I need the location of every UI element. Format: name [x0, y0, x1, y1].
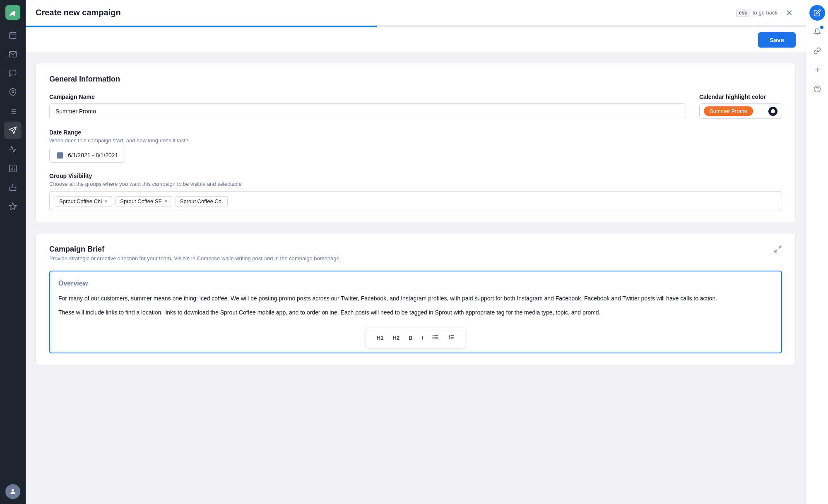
calendar-color-label: Calendar highlight color [699, 94, 782, 100]
sidebar-item-calendar[interactable] [4, 26, 22, 44]
color-tag: Summer Promo [704, 106, 753, 116]
form-content: General Information Campaign Name Calend… [26, 53, 806, 504]
edit-button[interactable] [809, 5, 825, 21]
date-range-value: 6/1/2021 - 8/1/2021 [68, 152, 118, 158]
svg-point-38 [433, 338, 433, 339]
user-avatar[interactable] [5, 484, 20, 499]
date-range-section: Date Range When does this campaign start… [49, 129, 782, 163]
toolbar-bold[interactable]: B [404, 331, 416, 344]
calendar-icon [56, 151, 64, 159]
tag-chi-remove[interactable]: × [104, 198, 108, 204]
general-information-title: General Information [49, 75, 782, 84]
toolbar-h1[interactable]: H1 [373, 331, 388, 344]
sidebar-item-send[interactable] [4, 122, 22, 139]
date-range-label: Date Range [49, 129, 782, 136]
page-title: Create new campaign [36, 8, 736, 17]
svg-marker-22 [10, 203, 17, 210]
campaign-name-row: Campaign Name Calendar highlight color S… [49, 94, 782, 119]
svg-line-31 [779, 246, 781, 249]
help-button[interactable] [809, 81, 825, 97]
color-circle-button[interactable] [768, 107, 777, 116]
tag-chi: Sprout Coffee Chi × [55, 196, 112, 206]
sidebar-item-star[interactable] [4, 198, 22, 215]
editor-toolbar: H1 H2 B I [366, 328, 465, 348]
svg-rect-17 [10, 187, 16, 190]
group-visibility-label: Group Visibility [49, 173, 782, 179]
sidebar-item-inbox[interactable] [4, 46, 22, 63]
link-button[interactable] [809, 43, 825, 59]
sidebar-item-messages[interactable] [4, 65, 22, 82]
add-button[interactable] [809, 62, 825, 78]
main-content: Create new campaign esc to go back ✕ Sav… [26, 0, 806, 504]
svg-point-4 [12, 91, 14, 93]
expand-button[interactable] [774, 245, 782, 255]
svg-rect-0 [10, 32, 16, 38]
brief-paragraph-1: For many of our customers, summer means … [58, 294, 773, 303]
esc-hint: esc to go back [736, 9, 777, 17]
svg-line-32 [775, 250, 777, 252]
brief-editor-text: For many of our customers, summer means … [58, 294, 773, 317]
brief-sublabel: Provide strategic or creative direction … [49, 255, 341, 262]
group-visibility-sublabel: Choose all the groups where you want thi… [49, 181, 782, 187]
brief-editor-title: Overview [58, 280, 773, 287]
notification-dot [820, 26, 823, 29]
header-actions: esc to go back ✕ [736, 6, 796, 19]
left-sidebar [0, 0, 26, 504]
form-toolbar: Save [26, 27, 806, 53]
tag-co-label: Sprout Coffee Co. [180, 198, 223, 204]
general-information-card: General Information Campaign Name Calend… [36, 63, 796, 223]
toolbar-h2[interactable]: H2 [388, 331, 404, 344]
page-header: Create new campaign esc to go back ✕ [26, 0, 806, 26]
sidebar-item-pin[interactable] [4, 84, 22, 101]
sidebar-item-bot[interactable] [4, 179, 22, 196]
group-visibility-tags[interactable]: Sprout Coffee Chi × Sprout Coffee SF × S… [49, 191, 782, 211]
right-sidebar [806, 0, 828, 504]
group-visibility-section: Group Visibility Choose all the groups w… [49, 173, 782, 211]
sidebar-item-list[interactable] [4, 103, 22, 120]
brief-paragraph-2: These will include links to find a locat… [58, 308, 773, 317]
tag-sf: Sprout Coffee SF × [116, 196, 172, 206]
notification-button[interactable] [809, 24, 825, 40]
sidebar-item-reports[interactable] [4, 160, 22, 177]
svg-rect-27 [57, 153, 63, 158]
toolbar-unordered-list[interactable] [428, 331, 443, 344]
toolbar-ordered-list[interactable] [444, 331, 459, 344]
toolbar-italic[interactable]: I [418, 331, 428, 344]
esc-hint-text: to go back [753, 10, 777, 16]
tag-chi-label: Sprout Coffee Chi [59, 198, 102, 204]
tag-sf-remove[interactable]: × [164, 198, 168, 204]
campaign-brief-title: Campaign Brief [49, 245, 341, 254]
svg-point-36 [433, 335, 433, 336]
svg-point-18 [12, 185, 13, 185]
svg-point-37 [433, 337, 433, 337]
date-range-sublabel: When does this campaign start, and how l… [49, 137, 782, 144]
campaign-name-input[interactable] [49, 103, 686, 119]
tag-sf-label: Sprout Coffee SF [120, 198, 161, 204]
app-logo[interactable] [5, 5, 20, 20]
esc-badge: esc [736, 9, 750, 17]
brief-editor[interactable]: Overview For many of our customers, summ… [49, 271, 782, 353]
date-range-button[interactable]: 6/1/2021 - 8/1/2021 [49, 148, 125, 163]
brief-header-text: Campaign Brief Provide strategic or crea… [49, 245, 341, 268]
svg-point-23 [12, 489, 14, 492]
close-button[interactable]: ✕ [782, 6, 796, 19]
save-button[interactable]: Save [758, 32, 796, 48]
campaign-name-group: Campaign Name [49, 94, 686, 119]
brief-header: Campaign Brief Provide strategic or crea… [49, 245, 782, 268]
calendar-color-preview[interactable]: Summer Promo [699, 103, 782, 119]
campaign-name-label: Campaign Name [49, 94, 686, 100]
sidebar-item-analytics[interactable] [4, 141, 22, 158]
campaign-brief-card: Campaign Brief Provide strategic or crea… [36, 233, 796, 365]
tag-co: Sprout Coffee Co. [176, 196, 228, 206]
calendar-color-group: Calendar highlight color Summer Promo [699, 94, 782, 119]
